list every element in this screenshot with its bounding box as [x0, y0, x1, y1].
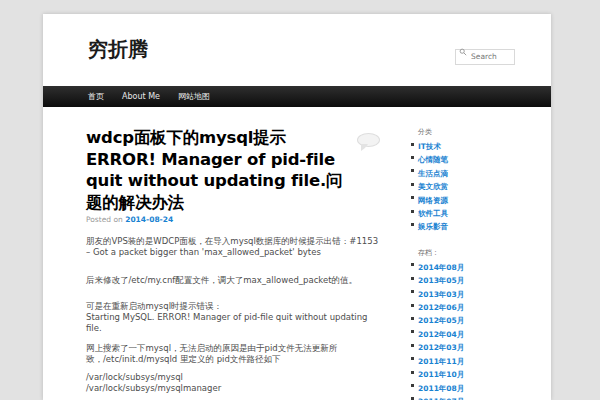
archive-item: 2011年10月	[410, 367, 551, 380]
post-article: wdcp面板下的mysql提示ERROR! Manager of pid-fil…	[86, 127, 380, 400]
posted-on-label: Posted on	[86, 215, 123, 224]
category-item: 娱乐影音	[410, 219, 551, 232]
archive-item: 2011年11月	[410, 354, 551, 367]
category-link[interactable]: IT技术	[418, 142, 441, 151]
archive-item: 2014年08月	[410, 260, 551, 273]
search-icon	[459, 48, 467, 56]
category-item: 美文欣赏	[410, 179, 551, 192]
category-item: 网络资源	[410, 193, 551, 206]
post-paragraph: 可是在重新启动mysql时提示错误： Starting MySQL. ERROR…	[86, 301, 380, 334]
post-paragraph: 后来修改了/etc/my.cnf配置文件，调大了max_allowed_pack…	[86, 275, 380, 286]
post-title[interactable]: wdcp面板下的mysql提示ERROR! Manager of pid-fil…	[86, 127, 354, 213]
archive-link[interactable]: 2012年04月	[418, 330, 464, 339]
archive-link[interactable]: 2011年08月	[418, 384, 464, 393]
categories-heading: 分类	[418, 127, 551, 137]
archive-item: 2012年03月	[410, 340, 551, 353]
archive-link[interactable]: 2011年11月	[418, 357, 464, 366]
category-link[interactable]: 网络资源	[418, 196, 448, 205]
page-card: 穷折腾 首页 About Me 网站地图 wdcp面板下的mysql提示ERRO…	[43, 14, 551, 400]
post-paragraph: /var/lock/subsys/mysql /var/lock/subsys/…	[86, 372, 380, 394]
category-link[interactable]: 美文欣赏	[418, 182, 448, 191]
category-link[interactable]: 软件工具	[418, 209, 448, 218]
category-item: 心情随笔	[410, 152, 551, 165]
archive-link[interactable]: 2012年03月	[418, 343, 464, 352]
site-title[interactable]: 穷折腾	[88, 36, 148, 63]
post-date-link[interactable]: 2014-08-24	[125, 215, 173, 224]
archive-link[interactable]: 2012年06月	[418, 303, 464, 312]
posted-on-line: Posted on 2014-08-24	[86, 215, 380, 224]
archive-item: 2012年06月	[410, 300, 551, 313]
nav-item-home[interactable]: 首页	[88, 86, 113, 107]
search-box	[455, 44, 515, 60]
category-link[interactable]: 娱乐影音	[418, 222, 448, 231]
post-paragraph: 朋友的VPS装的是WDCP面板，在导入mysql数据库的时候提示出错：#1153…	[86, 236, 380, 258]
archive-item: 2011年07月	[410, 394, 551, 400]
category-item: 生活点滴	[410, 166, 551, 179]
category-item: IT技术	[410, 139, 551, 152]
archive-item: 2013年03月	[410, 287, 551, 300]
archive-link[interactable]: 2012年05月	[418, 316, 464, 325]
nav-item-sitemap[interactable]: 网站地图	[169, 86, 219, 107]
categories-list: IT技术 心情随笔 生活点滴 美文欣赏 网络资源 软件工具 娱乐影音	[410, 139, 551, 233]
archive-item: 2013年05月	[410, 273, 551, 286]
archive-link[interactable]: 2013年03月	[418, 290, 464, 299]
archives-heading: 存档：	[418, 248, 551, 258]
archive-link[interactable]: 2014年08月	[418, 263, 464, 272]
archives-list: 2014年08月 2013年05月 2013年03月 2012年06月 2012…	[410, 260, 551, 400]
nav-item-about-me[interactable]: About Me	[113, 86, 169, 107]
post-paragraph: 网上搜索了一下mysql，无法启动的原因是由于pid文件无法更新所致，/etc/…	[86, 343, 380, 365]
main-nav: 首页 About Me 网站地图	[43, 86, 551, 107]
category-item: 软件工具	[410, 206, 551, 219]
category-link[interactable]: 生活点滴	[418, 169, 448, 178]
archive-link[interactable]: 2011年10月	[418, 370, 464, 379]
archive-item: 2011年08月	[410, 381, 551, 394]
category-link[interactable]: 心情随笔	[418, 155, 448, 164]
archive-item: 2012年04月	[410, 327, 551, 340]
sidebar: 分类 IT技术 心情随笔 生活点滴 美文欣赏 网络资源 软件工具 娱乐影音 存档…	[410, 127, 551, 400]
archive-item: 2012年05月	[410, 313, 551, 326]
archive-link[interactable]: 2013年05月	[418, 276, 464, 285]
